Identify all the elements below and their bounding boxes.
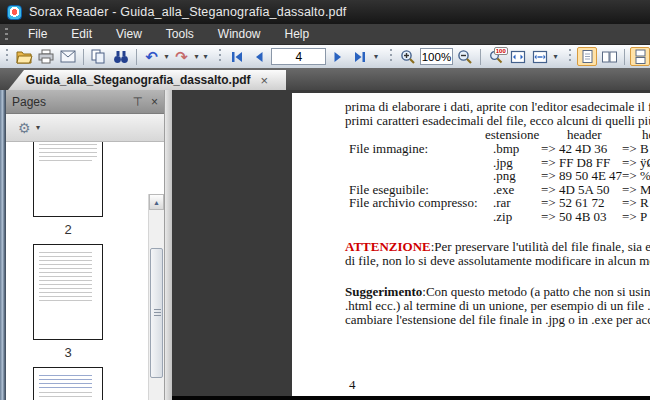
document-tab[interactable]: Guida_alla_Steganografia_dassalto.pdf ×	[8, 70, 286, 90]
toolbar-separator	[83, 49, 84, 65]
pages-panel: Pages ⊤ × ⚙ ▾ 2	[6, 90, 164, 400]
zoom-level-box[interactable]: 100%	[420, 48, 453, 65]
toolbar-overflow-button[interactable]: ▾	[372, 53, 380, 60]
undo-icon: ↶	[145, 50, 158, 64]
zoom-in-button[interactable]	[398, 47, 418, 66]
thumbnail-text-lines	[39, 375, 92, 389]
undo-dropdown-caret[interactable]: ▾	[163, 52, 169, 61]
window-titlebar: Sorax Reader - Guida_alla_Steganografia_…	[0, 0, 650, 24]
undo-button[interactable]: ↶	[141, 47, 161, 66]
attention-label: ATTENZIONE	[345, 239, 431, 254]
last-page-icon	[353, 51, 367, 63]
zoom-out-button[interactable]	[455, 47, 475, 66]
tip-text-line: cambiare l'estensione del file finale in…	[345, 312, 650, 328]
toolbar-grip-handle[interactable]	[6, 49, 8, 64]
menu-window[interactable]: Window	[206, 25, 273, 43]
toolbar-grip-handle[interactable]	[569, 49, 571, 64]
redo-icon: ↷	[175, 50, 188, 64]
scrollbar-thumb-grip	[154, 309, 161, 317]
first-page-icon	[230, 51, 244, 63]
file-extension: .zip	[493, 209, 541, 225]
page-number-text: 4	[349, 377, 356, 393]
fit-width-button[interactable]	[508, 47, 528, 66]
tab-close-icon[interactable]: ×	[261, 73, 269, 88]
menu-view[interactable]: View	[104, 25, 154, 43]
header-hex: => 50 4B 03	[541, 209, 622, 225]
panel-splitter[interactable]	[164, 90, 172, 400]
email-icon	[60, 50, 76, 63]
window-title: Sorax Reader - Guida_alla_Steganografia_…	[29, 5, 347, 19]
continuous-view-button[interactable]	[630, 47, 650, 66]
gear-icon: ⚙	[18, 120, 31, 136]
previous-page-icon	[253, 51, 265, 63]
toolbar-separator	[480, 49, 481, 65]
copy-icon	[91, 49, 106, 64]
printer-icon	[38, 49, 54, 64]
toolbar-grip-handle[interactable]	[219, 49, 221, 64]
pages-panel-header: Pages ⊤ ×	[6, 90, 164, 114]
menu-tools[interactable]: Tools	[154, 25, 206, 43]
pages-options-button[interactable]: ⚙ ▾	[14, 118, 47, 138]
document-canvas: prima di elaborare i dati, aprite con l'…	[172, 90, 650, 396]
menu-bar: File Edit View Tools Window Help	[0, 24, 650, 45]
toolbar-grip-handle[interactable]	[390, 49, 392, 64]
actual-size-badge: 100	[494, 47, 508, 55]
fit-page-button[interactable]	[530, 47, 550, 66]
page-3-thumbnail[interactable]	[33, 244, 103, 340]
toolbar-overflow-button[interactable]: ▾	[202, 53, 210, 60]
thumbnail-list: 2 3 ▲	[6, 142, 164, 400]
print-button[interactable]	[36, 47, 56, 66]
main-toolbar: ↶ ▾ ↷ ▾ ▾ ▾	[0, 45, 650, 68]
header-ascii: => P	[622, 209, 647, 225]
email-button[interactable]	[58, 47, 78, 66]
continuous-page-icon	[634, 49, 647, 64]
menu-file[interactable]: File	[16, 25, 59, 43]
pin-icon[interactable]: ⊤	[133, 95, 143, 109]
window-bottom-border	[172, 396, 650, 400]
fit-page-icon	[532, 50, 548, 64]
previous-page-button[interactable]	[249, 47, 269, 66]
scrollbar-thumb[interactable]	[150, 248, 163, 378]
next-page-icon	[332, 51, 344, 63]
file-type-label	[349, 209, 493, 225]
menu-grip-handle[interactable]	[5, 28, 8, 41]
menu-help[interactable]: Help	[273, 25, 322, 43]
thumbnail-page-label: 2	[33, 217, 103, 244]
single-page-icon	[581, 49, 594, 64]
main-area: Pages ⊤ × ⚙ ▾ 2	[0, 90, 650, 400]
open-file-button[interactable]	[14, 47, 34, 66]
thumbnail-scrollbar[interactable]: ▲	[148, 194, 164, 400]
tip-label: Suggerimento	[345, 284, 422, 299]
page-4-thumbnail[interactable]	[33, 367, 103, 400]
toolbar-overflow-button[interactable]: ▾	[552, 53, 560, 60]
zoom-out-icon	[457, 49, 473, 65]
next-page-button[interactable]	[328, 47, 348, 66]
find-button[interactable]	[111, 47, 131, 66]
pdf-page: prima di elaborare i dati, aprite con l'…	[292, 93, 650, 396]
copy-button[interactable]	[89, 47, 109, 66]
redo-dropdown-caret[interactable]: ▾	[194, 52, 200, 61]
menu-edit[interactable]: Edit	[59, 25, 104, 43]
page-2-thumbnail[interactable]	[33, 142, 103, 217]
pages-panel-title: Pages	[12, 95, 46, 109]
thumbnail-page-label: 3	[33, 340, 103, 367]
document-tab-bar: Guida_alla_Steganografia_dassalto.pdf ×	[0, 68, 650, 90]
fit-width-icon	[510, 50, 526, 64]
scrollbar-up-arrow[interactable]: ▲	[149, 194, 164, 210]
first-page-button[interactable]	[227, 47, 247, 66]
page-number-input[interactable]	[271, 48, 326, 65]
binoculars-icon	[113, 50, 129, 64]
panel-close-icon[interactable]: ×	[151, 95, 158, 109]
thumbnail-text-lines	[90, 142, 97, 158]
tip-text: :Con questo metodo (a patto che non si u…	[422, 284, 650, 299]
open-folder-icon	[16, 50, 33, 64]
redo-button[interactable]: ↷	[172, 47, 192, 66]
single-page-view-button[interactable]	[577, 47, 597, 66]
two-page-view-button[interactable]	[599, 47, 619, 66]
attention-text: :Per preservare l'utilità del file final…	[431, 239, 650, 254]
document-tab-title: Guida_alla_Steganografia_dassalto.pdf	[26, 73, 251, 87]
actual-size-button[interactable]: 100	[486, 47, 506, 66]
last-page-button[interactable]	[350, 47, 370, 66]
table-row: .zip => 50 4B 03 => P	[349, 209, 647, 225]
zoom-in-icon	[400, 49, 416, 65]
